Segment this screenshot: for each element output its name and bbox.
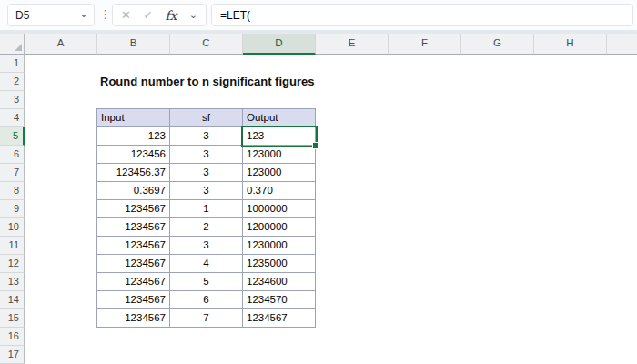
worksheet-title-cell[interactable]: Round number to n significant figures — [100, 73, 314, 91]
cell-c9[interactable]: 1 — [170, 200, 243, 218]
cell-c15[interactable]: 7 — [170, 309, 243, 328]
cell-d13[interactable]: 1234600 — [243, 273, 316, 291]
row-header-9[interactable]: 9 — [0, 200, 25, 218]
name-box-dropdown-icon[interactable]: ⌄ — [79, 4, 88, 24]
cell-c6[interactable]: 3 — [170, 146, 243, 164]
formula-bar-menu-icon[interactable]: ⋮ — [99, 4, 110, 26]
cell-b11[interactable]: 1234567 — [97, 237, 170, 255]
cell-d7[interactable]: 123000 — [243, 164, 316, 182]
column-header-g[interactable]: G — [461, 34, 534, 55]
row-header-15[interactable]: 15 — [0, 309, 25, 328]
cell-b5[interactable]: 123 — [97, 127, 170, 146]
row-header-12[interactable]: 12 — [0, 255, 25, 273]
cancel-icon[interactable]: ✕ — [121, 8, 131, 22]
cell-c8[interactable]: 3 — [170, 182, 243, 200]
name-box[interactable]: D5 ⌄ — [7, 4, 95, 26]
cell-c10[interactable]: 2 — [170, 218, 243, 237]
row-header-3[interactable]: 3 — [0, 91, 25, 109]
cell-b10[interactable]: 1234567 — [97, 218, 170, 237]
cell-c12[interactable]: 4 — [170, 255, 243, 273]
cell-d8[interactable]: 0.370 — [243, 182, 316, 200]
cell-d9[interactable]: 1000000 — [243, 200, 316, 218]
column-header-bar: A B C D E F G H — [0, 34, 637, 55]
row-header-11[interactable]: 11 — [0, 237, 25, 255]
function-dropdown-icon[interactable]: ⌄ — [189, 9, 197, 21]
formula-bar-buttons: ✕ ✓ fx ⌄ — [112, 4, 207, 26]
row-header-1[interactable]: 1 — [0, 55, 25, 73]
cell-b15[interactable]: 1234567 — [97, 309, 170, 328]
row-header-14[interactable]: 14 — [0, 291, 25, 309]
column-header-b[interactable]: B — [97, 34, 170, 55]
cell-d14[interactable]: 1234570 — [243, 291, 316, 309]
formula-bar: D5 ⌄ ⋮ ✕ ✓ fx ⌄ =LET( — [0, 0, 637, 30]
row-header-4[interactable]: 4 — [0, 109, 25, 127]
cell-d6[interactable]: 123000 — [243, 146, 316, 164]
table-header-input[interactable]: Input — [97, 109, 170, 127]
cell-c11[interactable]: 3 — [170, 237, 243, 255]
row-header-10[interactable]: 10 — [0, 218, 25, 237]
fill-handle[interactable] — [312, 142, 319, 149]
cell-d5-active[interactable]: 123 — [243, 127, 316, 146]
column-header-f[interactable]: F — [389, 34, 461, 55]
name-box-value: D5 — [15, 5, 29, 25]
cell-d12[interactable]: 1235000 — [243, 255, 316, 273]
row-header-8[interactable]: 8 — [0, 182, 25, 200]
cell-d15[interactable]: 1234567 — [243, 309, 316, 328]
table-header-output[interactable]: Output — [243, 109, 316, 127]
select-all-corner[interactable] — [0, 34, 25, 55]
row-header-6[interactable]: 6 — [0, 146, 25, 164]
column-header-a[interactable]: A — [25, 34, 97, 55]
column-header-d-selected[interactable]: D — [243, 34, 316, 55]
column-header-c[interactable]: C — [170, 34, 243, 55]
cell-b6[interactable]: 123456 — [97, 146, 170, 164]
cell-d11[interactable]: 1230000 — [243, 237, 316, 255]
cell-d10[interactable]: 1200000 — [243, 218, 316, 237]
cell-b7[interactable]: 123456.37 — [97, 164, 170, 182]
formula-text: =LET( — [220, 5, 250, 25]
cell-b12[interactable]: 1234567 — [97, 255, 170, 273]
insert-function-icon[interactable]: fx — [165, 8, 177, 23]
enter-icon[interactable]: ✓ — [143, 8, 153, 22]
row-header-bar: 1 2 3 4 5 6 7 8 9 10 11 12 13 14 15 16 1… — [0, 55, 25, 364]
table-header-sf[interactable]: sf — [170, 109, 243, 127]
cell-c5[interactable]: 3 — [170, 127, 243, 146]
row-header-5-selected[interactable]: 5 — [0, 127, 25, 146]
row-header-17[interactable]: 17 — [0, 346, 25, 364]
row-header-13[interactable]: 13 — [0, 273, 25, 291]
column-header-e[interactable]: E — [316, 34, 389, 55]
data-table: Input sf Output 123 3 123 123456 3 12300… — [96, 108, 316, 328]
cell-c13[interactable]: 5 — [170, 273, 243, 291]
cell-b14[interactable]: 1234567 — [97, 291, 170, 309]
cell-b13[interactable]: 1234567 — [97, 273, 170, 291]
column-header-partial[interactable] — [607, 34, 637, 55]
cell-c14[interactable]: 6 — [170, 291, 243, 309]
cell-b8[interactable]: 0.3697 — [97, 182, 170, 200]
column-header-h[interactable]: H — [534, 34, 607, 55]
formula-input[interactable]: =LET( — [211, 4, 633, 26]
row-header-16[interactable]: 16 — [0, 328, 25, 346]
select-all-triangle-icon — [15, 44, 22, 51]
cell-b9[interactable]: 1234567 — [97, 200, 170, 218]
cell-c7[interactable]: 3 — [170, 164, 243, 182]
row-header-2[interactable]: 2 — [0, 73, 25, 91]
row-header-7[interactable]: 7 — [0, 164, 25, 182]
